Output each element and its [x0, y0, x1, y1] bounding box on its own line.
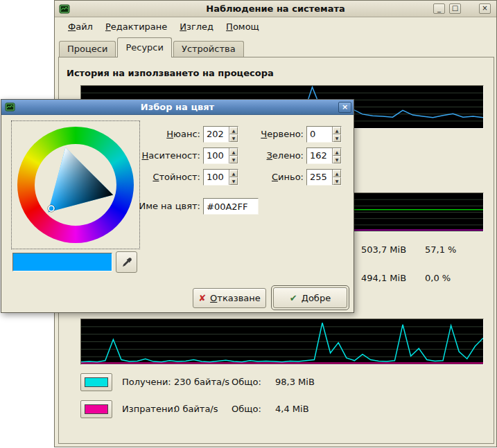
- sent-total-value: 4,4 MiB: [275, 404, 309, 414]
- sent-total-label: Общо:: [232, 404, 261, 414]
- hsv-triangle[interactable]: [35, 144, 116, 226]
- value-input[interactable]: 100: [204, 170, 229, 185]
- cancel-x-icon: ✘: [198, 293, 206, 303]
- cancel-button-label: Отказване: [210, 293, 261, 303]
- ok-button[interactable]: ✔ Добре: [273, 287, 347, 308]
- minimize-button[interactable]: _: [433, 3, 445, 14]
- green-label: Зелено:: [234, 147, 304, 164]
- swap-percent-value: 0,0 %: [425, 273, 451, 283]
- saturation-input[interactable]: 100: [204, 148, 229, 163]
- sent-color-swatch: [85, 404, 108, 414]
- blue-spin-up[interactable]: ▲: [333, 170, 341, 177]
- value-label: Стойност:: [105, 169, 200, 186]
- memory-percent-value: 57,1 %: [425, 244, 456, 255]
- tab-resources[interactable]: Ресурси: [117, 37, 172, 57]
- menu-view[interactable]: Изглед: [173, 21, 220, 33]
- blue-label: Синьо:: [234, 169, 304, 186]
- red-spinbox[interactable]: 0 ▲▼: [306, 126, 342, 143]
- color-name-label: Име на цвят:: [105, 198, 200, 215]
- memory-used-value: 503,7 MiB: [361, 244, 425, 255]
- received-color-button[interactable]: [80, 373, 112, 391]
- green-spinbox[interactable]: 162 ▲▼: [306, 147, 342, 164]
- menubar: ФайлРедактиранеИзгледПомощ: [55, 18, 492, 36]
- dialog-title: Избор на цвят: [1, 102, 354, 112]
- dialog-titlebar[interactable]: Избор на цвят ×: [1, 100, 354, 115]
- green-spin-up[interactable]: ▲: [333, 148, 341, 156]
- red-label: Червено:: [234, 126, 304, 143]
- hue-label: Нюанс:: [105, 126, 200, 143]
- tab-devices[interactable]: Устройства: [173, 41, 244, 57]
- received-color-swatch: [85, 377, 108, 387]
- maximize-button[interactable]: □: [449, 3, 461, 14]
- screen: Наблюдение на системата _ □ × ФайлРедакт…: [0, 0, 497, 448]
- green-input[interactable]: 162: [307, 148, 332, 163]
- menu-help[interactable]: Помощ: [220, 21, 265, 33]
- dialog-close-button[interactable]: ×: [338, 102, 351, 113]
- received-rate-value: 230 байта/s: [174, 377, 229, 387]
- color-picker-dialog: Избор на цвят ×: [1, 99, 354, 313]
- received-total-value: 98,3 MiB: [275, 377, 315, 387]
- swap-stat-row: 494,1 MiB0,0 %: [361, 273, 451, 283]
- menu-file[interactable]: Файл: [62, 21, 99, 33]
- ok-default-ring: ✔ Добре: [271, 285, 349, 310]
- red-input[interactable]: 0: [307, 127, 332, 142]
- hue-input[interactable]: 202: [204, 127, 229, 142]
- blue-spinbox[interactable]: 255 ▲▼: [306, 169, 342, 186]
- blue-spin-down[interactable]: ▼: [333, 177, 341, 185]
- color-preview: [12, 253, 112, 271]
- close-button[interactable]: ×: [479, 3, 491, 14]
- network-chart-canvas: [81, 319, 483, 364]
- red-spin-up[interactable]: ▲: [333, 127, 341, 134]
- cancel-button[interactable]: ✘ Отказване: [193, 288, 266, 308]
- cpu-history-heading: История на използването на процесора: [67, 68, 274, 78]
- ok-button-label: Добре: [302, 293, 331, 303]
- received-label: Получени:: [122, 377, 171, 387]
- ok-check-icon: ✔: [290, 293, 297, 303]
- received-total-label: Общо:: [232, 377, 261, 387]
- menu-edit[interactable]: Редактиране: [99, 21, 173, 33]
- tab-processes[interactable]: Процеси: [59, 41, 116, 57]
- memory-stat-row: 503,7 MiB57,1 %: [361, 244, 456, 255]
- color-name-input[interactable]: [203, 198, 259, 215]
- green-spin-down[interactable]: ▼: [333, 156, 341, 163]
- red-spin-down[interactable]: ▼: [333, 134, 341, 142]
- main-titlebar[interactable]: Наблюдение на системата _ □ ×: [55, 1, 496, 17]
- tab-bar: Процеси Ресурси Устройства: [59, 37, 245, 57]
- eyedropper-icon: [121, 257, 132, 268]
- eyedropper-button[interactable]: [116, 251, 137, 273]
- sent-color-button[interactable]: [80, 400, 112, 418]
- network-history-chart: [80, 319, 484, 365]
- main-window-title: Наблюдение на системата: [55, 3, 496, 14]
- swap-used-value: 494,1 MiB: [361, 273, 425, 283]
- sent-label: Изпратени:: [122, 404, 176, 414]
- blue-input[interactable]: 255: [307, 170, 332, 185]
- sent-rate-value: 0 байта/s: [174, 404, 218, 414]
- saturation-label: Наситеност:: [105, 147, 200, 164]
